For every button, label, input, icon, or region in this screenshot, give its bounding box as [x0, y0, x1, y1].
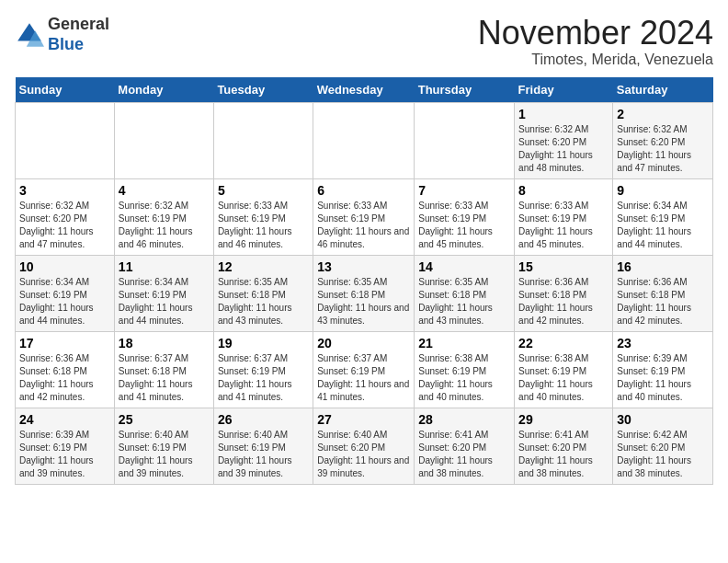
col-header-sunday: Sunday [16, 77, 115, 103]
calendar-cell: 14Sunrise: 6:35 AM Sunset: 6:18 PM Dayli… [415, 255, 515, 331]
day-info: Sunrise: 6:38 AM Sunset: 6:19 PM Dayligh… [518, 352, 609, 404]
day-info: Sunrise: 6:40 AM Sunset: 6:19 PM Dayligh… [119, 429, 210, 480]
day-info: Sunrise: 6:36 AM Sunset: 6:18 PM Dayligh… [518, 276, 609, 327]
day-info: Sunrise: 6:37 AM Sunset: 6:18 PM Dayligh… [119, 352, 210, 404]
day-number: 16 [617, 259, 709, 274]
day-number: 21 [418, 336, 510, 350]
calendar-cell: 22Sunrise: 6:38 AM Sunset: 6:19 PM Dayli… [515, 331, 613, 408]
calendar-cell: 6Sunrise: 6:33 AM Sunset: 6:19 PM Daylig… [313, 178, 415, 255]
day-number: 19 [218, 336, 309, 350]
day-info: Sunrise: 6:40 AM Sunset: 6:20 PM Dayligh… [317, 429, 410, 480]
calendar-cell: 23Sunrise: 6:39 AM Sunset: 6:19 PM Dayli… [613, 331, 713, 408]
day-info: Sunrise: 6:39 AM Sunset: 6:19 PM Dayligh… [19, 429, 110, 480]
calendar-cell: 16Sunrise: 6:36 AM Sunset: 6:18 PM Dayli… [613, 255, 713, 331]
day-info: Sunrise: 6:37 AM Sunset: 6:19 PM Dayligh… [317, 352, 410, 404]
calendar-cell: 3Sunrise: 6:32 AM Sunset: 6:20 PM Daylig… [16, 178, 115, 255]
logo-general-text: General [48, 15, 109, 33]
calendar-week-row: 24Sunrise: 6:39 AM Sunset: 6:19 PM Dayli… [16, 408, 713, 484]
calendar-week-row: 1Sunrise: 6:32 AM Sunset: 6:20 PM Daylig… [16, 102, 713, 178]
day-info: Sunrise: 6:41 AM Sunset: 6:20 PM Dayligh… [518, 429, 609, 480]
calendar-cell: 5Sunrise: 6:33 AM Sunset: 6:19 PM Daylig… [213, 178, 313, 255]
day-number: 4 [119, 183, 210, 198]
day-info: Sunrise: 6:35 AM Sunset: 6:18 PM Dayligh… [418, 276, 510, 327]
day-number: 29 [518, 412, 609, 427]
calendar-cell: 8Sunrise: 6:33 AM Sunset: 6:19 PM Daylig… [515, 178, 613, 255]
day-number: 12 [218, 259, 309, 274]
calendar-week-row: 10Sunrise: 6:34 AM Sunset: 6:19 PM Dayli… [16, 255, 713, 331]
day-info: Sunrise: 6:33 AM Sunset: 6:19 PM Dayligh… [418, 200, 510, 251]
location-subtitle: Timotes, Merida, Venezuela [478, 52, 713, 68]
calendar-cell: 9Sunrise: 6:34 AM Sunset: 6:19 PM Daylig… [613, 178, 713, 255]
calendar-cell: 26Sunrise: 6:40 AM Sunset: 6:19 PM Dayli… [213, 408, 313, 484]
day-number: 14 [418, 259, 510, 274]
calendar-cell: 30Sunrise: 6:42 AM Sunset: 6:20 PM Dayli… [613, 408, 713, 484]
day-info: Sunrise: 6:34 AM Sunset: 6:19 PM Dayligh… [617, 200, 709, 251]
day-number: 25 [119, 412, 210, 427]
calendar-cell: 2Sunrise: 6:32 AM Sunset: 6:20 PM Daylig… [613, 102, 713, 178]
day-info: Sunrise: 6:35 AM Sunset: 6:18 PM Dayligh… [317, 276, 410, 327]
day-number: 24 [19, 412, 110, 427]
day-number: 18 [119, 336, 210, 350]
col-header-wednesday: Wednesday [313, 77, 415, 103]
day-info: Sunrise: 6:39 AM Sunset: 6:19 PM Dayligh… [617, 352, 709, 404]
col-header-friday: Friday [515, 77, 613, 103]
calendar-cell: 24Sunrise: 6:39 AM Sunset: 6:19 PM Dayli… [16, 408, 115, 484]
calendar-cell: 1Sunrise: 6:32 AM Sunset: 6:20 PM Daylig… [515, 102, 613, 178]
day-info: Sunrise: 6:42 AM Sunset: 6:20 PM Dayligh… [617, 429, 709, 480]
calendar-cell: 21Sunrise: 6:38 AM Sunset: 6:19 PM Dayli… [415, 331, 515, 408]
calendar-cell: 11Sunrise: 6:34 AM Sunset: 6:19 PM Dayli… [114, 255, 213, 331]
calendar-cell: 27Sunrise: 6:40 AM Sunset: 6:20 PM Dayli… [313, 408, 415, 484]
calendar-cell: 15Sunrise: 6:36 AM Sunset: 6:18 PM Dayli… [515, 255, 613, 331]
calendar-cell: 17Sunrise: 6:36 AM Sunset: 6:18 PM Dayli… [16, 331, 115, 408]
day-info: Sunrise: 6:40 AM Sunset: 6:19 PM Dayligh… [218, 429, 309, 480]
day-number: 13 [317, 259, 410, 274]
calendar-cell [16, 102, 115, 178]
calendar-cell [114, 102, 213, 178]
col-header-tuesday: Tuesday [213, 77, 313, 103]
day-number: 11 [119, 259, 210, 274]
day-number: 26 [218, 412, 309, 427]
day-info: Sunrise: 6:33 AM Sunset: 6:19 PM Dayligh… [218, 200, 309, 251]
day-info: Sunrise: 6:35 AM Sunset: 6:18 PM Dayligh… [218, 276, 309, 327]
calendar-cell: 13Sunrise: 6:35 AM Sunset: 6:18 PM Dayli… [313, 255, 415, 331]
day-info: Sunrise: 6:32 AM Sunset: 6:20 PM Dayligh… [19, 200, 110, 251]
header: General Blue November 2024 Timotes, Meri… [15, 15, 713, 68]
col-header-monday: Monday [114, 77, 213, 103]
day-number: 6 [317, 183, 410, 198]
calendar-cell [415, 102, 515, 178]
day-info: Sunrise: 6:34 AM Sunset: 6:19 PM Dayligh… [19, 276, 110, 327]
day-number: 2 [617, 107, 709, 121]
logo-blue-text: Blue [48, 35, 84, 53]
day-info: Sunrise: 6:32 AM Sunset: 6:20 PM Dayligh… [617, 123, 709, 175]
day-number: 22 [518, 336, 609, 350]
day-number: 5 [218, 183, 309, 198]
calendar-cell [313, 102, 415, 178]
calendar-header-row: SundayMondayTuesdayWednesdayThursdayFrid… [16, 77, 713, 103]
title-area: November 2024 Timotes, Merida, Venezuela [478, 15, 713, 68]
day-info: Sunrise: 6:33 AM Sunset: 6:19 PM Dayligh… [317, 200, 410, 251]
day-number: 9 [617, 183, 709, 198]
calendar-cell: 29Sunrise: 6:41 AM Sunset: 6:20 PM Dayli… [515, 408, 613, 484]
calendar-cell: 4Sunrise: 6:32 AM Sunset: 6:19 PM Daylig… [114, 178, 213, 255]
logo-icon [15, 20, 44, 50]
calendar-cell: 20Sunrise: 6:37 AM Sunset: 6:19 PM Dayli… [313, 331, 415, 408]
calendar-cell: 7Sunrise: 6:33 AM Sunset: 6:19 PM Daylig… [415, 178, 515, 255]
day-info: Sunrise: 6:34 AM Sunset: 6:19 PM Dayligh… [119, 276, 210, 327]
day-info: Sunrise: 6:37 AM Sunset: 6:19 PM Dayligh… [218, 352, 309, 404]
calendar-cell: 25Sunrise: 6:40 AM Sunset: 6:19 PM Dayli… [114, 408, 213, 484]
col-header-thursday: Thursday [415, 77, 515, 103]
day-info: Sunrise: 6:36 AM Sunset: 6:18 PM Dayligh… [617, 276, 709, 327]
day-info: Sunrise: 6:38 AM Sunset: 6:19 PM Dayligh… [418, 352, 510, 404]
day-number: 3 [19, 183, 110, 198]
month-title: November 2024 [478, 15, 713, 52]
day-number: 17 [19, 336, 110, 350]
calendar-week-row: 17Sunrise: 6:36 AM Sunset: 6:18 PM Dayli… [16, 331, 713, 408]
calendar-cell: 18Sunrise: 6:37 AM Sunset: 6:18 PM Dayli… [114, 331, 213, 408]
day-info: Sunrise: 6:32 AM Sunset: 6:19 PM Dayligh… [119, 200, 210, 251]
calendar-cell: 10Sunrise: 6:34 AM Sunset: 6:19 PM Dayli… [16, 255, 115, 331]
calendar-cell [213, 102, 313, 178]
day-number: 10 [19, 259, 110, 274]
day-number: 7 [418, 183, 510, 198]
day-number: 23 [617, 336, 709, 350]
calendar-cell: 19Sunrise: 6:37 AM Sunset: 6:19 PM Dayli… [213, 331, 313, 408]
